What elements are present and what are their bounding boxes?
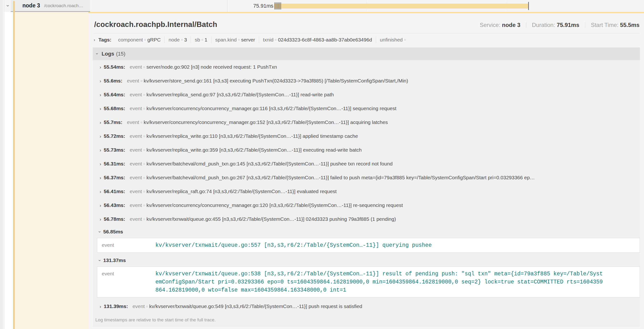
chevron-down-icon[interactable]: ›	[5, 5, 10, 6]
log-detail-box: event kv/kvserver/txnwait/queue.go:538 […	[97, 266, 640, 298]
span-service-name: node 3	[22, 2, 40, 9]
log-row[interactable]: ›131.39ms:event=kv/kvserver/txnwait/queu…	[93, 300, 640, 313]
log-row[interactable]: ›55.64ms:event=kv/kvserver/replica_send.…	[93, 88, 640, 102]
log-row[interactable]: ›55.7ms:event=kv/kvserver/concurrency/co…	[93, 116, 640, 129]
log-row[interactable]: ›56.78ms:event=kv/kvserver/txnwait/queue…	[93, 212, 640, 226]
log-field-key: event	[102, 270, 156, 294]
tag-item: txnid=024d3323-6c8f-4863-aa8b-37ab0e6349…	[259, 36, 376, 43]
tags-accordion-toggle[interactable]: › Tags: component=gRPC node=3 sb=1 span.…	[88, 34, 644, 46]
log-detail-box: event kv/kvserver/txnwait/queue.go:557 […	[97, 238, 640, 253]
log-field-value: kv/kvserver/txnwait/queue.go:557 [n3,s3,…	[156, 241, 606, 249]
log-entry-expanded: › 131.37ms event kv/kvserver/txnwait/que…	[93, 254, 640, 298]
span-detail-header: /cockroach.roachpb.Internal/Batch Servic…	[88, 13, 644, 29]
log-entry-expanded: › 56.85ms event kv/kvserver/txnwait/queu…	[93, 226, 640, 253]
span-summary: Service: node 3 Duration: 75.91ms Start …	[480, 22, 640, 29]
span-detail-panel: /cockroach.roachpb.Internal/Batch Servic…	[88, 12, 644, 329]
chevron-right-icon: ›	[100, 148, 101, 152]
span-duration-label: 75.91ms	[253, 3, 274, 9]
start-time-label: Start Time:	[591, 22, 618, 28]
page-left-gutter	[0, 0, 3, 329]
chevron-right-icon: ›	[100, 217, 101, 222]
tag-item: sb=1	[191, 36, 211, 43]
span-service-color-bar	[13, 1, 15, 329]
column-resizer[interactable]	[4, 0, 4, 329]
chevron-down-icon: ›	[98, 231, 102, 232]
tags-label: Tags:	[98, 37, 111, 43]
span-timeline-row: › node 3 /cockroach.roach… 75.91ms	[4, 0, 644, 12]
logs-section: › Logs (15) ›55.54ms:event=server/node.g…	[93, 48, 640, 326]
log-marker-end-tick	[528, 2, 529, 10]
span-operation-name: /cockroach.roach…	[44, 3, 83, 8]
chevron-down-icon: ›	[95, 53, 100, 54]
span-name-tab[interactable]: node 3 /cockroach.roach…	[11, 0, 90, 12]
log-row[interactable]: ›56.43ms:event=kv/kvserver/concurrency/c…	[93, 198, 640, 212]
logs-footer-note: Log timestamps are relative to the start…	[93, 313, 640, 326]
tag-item: unfinished=	[376, 36, 411, 43]
logs-accordion-toggle[interactable]: › Logs (15)	[93, 48, 640, 60]
duration-value: 75.91ms	[557, 22, 580, 28]
chevron-right-icon: ›	[100, 92, 101, 97]
tag-item: span.kind=server	[211, 36, 259, 43]
chevron-right-icon: ›	[100, 203, 101, 208]
chevron-down-icon: ›	[98, 260, 102, 261]
logs-count: (15)	[116, 51, 125, 57]
chevron-right-icon: ›	[100, 120, 101, 125]
tag-item: node=3	[164, 36, 191, 43]
tag-item: component=gRPC	[114, 36, 164, 43]
log-row[interactable]: ›56.37ms:event=kv/kvserver/batcheval/cmd…	[93, 171, 640, 184]
logs-list: ›55.54ms:event=server/node.go:902 [n3] n…	[93, 60, 640, 326]
chevron-right-icon: ›	[100, 304, 101, 309]
chevron-right-icon: ›	[94, 38, 95, 42]
logs-title: Logs	[102, 51, 114, 57]
log-row[interactable]: ›55.72ms:event=kv/kvserver/replica_write…	[93, 129, 640, 143]
log-row[interactable]: ›56.41ms:event=kv/kvserver/replica_raft.…	[93, 184, 640, 198]
chevron-right-icon: ›	[100, 162, 101, 166]
chevron-right-icon: ›	[100, 65, 101, 70]
duration-label: Duration:	[532, 22, 555, 28]
log-row[interactable]: ›55.6ms:event=kv/kvserver/store_send.go:…	[93, 74, 640, 88]
divider	[585, 22, 585, 28]
log-row-expanded-toggle[interactable]: › 131.37ms	[93, 254, 640, 266]
log-marker-ticks	[274, 2, 281, 10]
log-field-value: kv/kvserver/txnwait/queue.go:538 [n3,s3,…	[156, 270, 606, 294]
span-duration-bar[interactable]	[274, 4, 528, 8]
timeline-column-divider	[227, 0, 228, 12]
chevron-right-icon: ›	[100, 134, 101, 138]
log-field-key: event	[102, 241, 156, 249]
chevron-right-icon: ›	[100, 189, 101, 194]
log-row[interactable]: ›55.54ms:event=server/node.go:902 [n3] n…	[93, 60, 640, 74]
chevron-right-icon: ›	[100, 79, 101, 83]
log-row[interactable]: ›55.68ms:event=kv/kvserver/concurrency/c…	[93, 102, 640, 116]
log-row-expanded-toggle[interactable]: › 56.85ms	[93, 226, 640, 238]
log-row[interactable]: ›56.31ms:event=kv/kvserver/batcheval/cmd…	[93, 157, 640, 171]
chevron-right-icon: ›	[100, 176, 101, 180]
span-indent-guide	[15, 12, 88, 329]
span-title: /cockroach.roachpb.Internal/Batch	[94, 20, 217, 29]
log-row[interactable]: ›55.73ms:event=kv/kvserver/replica_write…	[93, 143, 640, 157]
service-value: node 3	[502, 22, 520, 28]
divider	[526, 22, 526, 28]
chevron-right-icon: ›	[100, 106, 101, 111]
service-label: Service:	[480, 22, 500, 28]
start-time-value: 55.5ms	[620, 22, 640, 28]
